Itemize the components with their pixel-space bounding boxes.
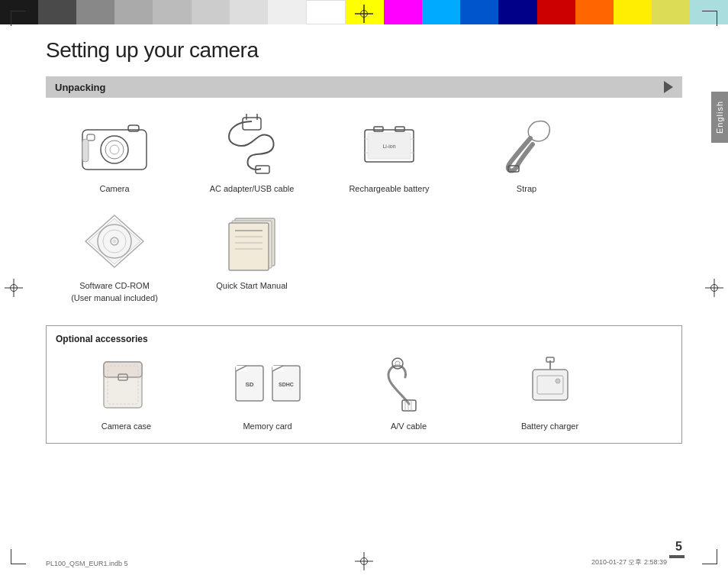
svg-rect-6 xyxy=(82,139,89,162)
optional-item-av-cable: A/V cable xyxy=(338,352,479,431)
camera-case-image xyxy=(85,352,169,417)
page-number-underline xyxy=(669,555,685,558)
svg-rect-50 xyxy=(533,370,568,400)
manual-label: Quick Start Manual xyxy=(216,280,288,292)
strap-image xyxy=(485,110,569,179)
optional-item-charger: Battery charger xyxy=(479,352,620,431)
av-cable-label: A/V cable xyxy=(391,422,427,431)
cdrom-label: Software CD-ROM (User manual included) xyxy=(71,280,158,304)
crop-mark-tr xyxy=(702,11,717,26)
svg-rect-33 xyxy=(104,362,142,377)
optional-title: Optional accessories xyxy=(56,334,672,344)
svg-text:Li-ion: Li-ion xyxy=(382,144,395,149)
crop-mark-bl xyxy=(11,549,26,564)
svg-rect-7 xyxy=(243,118,261,130)
svg-text:SDHC: SDHC xyxy=(279,382,294,387)
svg-point-1 xyxy=(101,136,128,163)
optional-items-grid: Camera case SD xyxy=(56,352,672,431)
main-content: Setting up your camera Unpacking xyxy=(46,38,682,544)
item-camera: Camera xyxy=(46,110,183,195)
footer-right: 2010-01-27 오후 2:58:39 xyxy=(591,557,667,567)
unpacking-title: Unpacking xyxy=(55,82,105,93)
crop-mark-tl xyxy=(11,11,26,26)
battery-image: Li-ion xyxy=(347,110,431,179)
memory-card-label: Memory card xyxy=(243,422,292,431)
item-battery: Li-ion Rechargeable battery xyxy=(321,110,458,195)
svg-text:SD: SD xyxy=(245,381,253,388)
battery-charger-image xyxy=(508,352,592,417)
svg-rect-44 xyxy=(402,400,416,411)
svg-point-48 xyxy=(392,358,403,369)
battery-charger-label: Battery charger xyxy=(521,422,578,431)
svg-rect-12 xyxy=(374,127,383,131)
unpacking-section-header: Unpacking xyxy=(46,76,682,98)
optional-item-case: Camera case xyxy=(56,352,197,431)
camera-image xyxy=(72,110,156,179)
camera-label: Camera xyxy=(99,183,129,195)
memory-card-image: SD SDHC xyxy=(226,352,310,417)
page-number: 5 xyxy=(675,540,682,554)
reg-mark-bottom xyxy=(355,552,373,570)
reg-mark-top xyxy=(355,5,373,23)
unpacking-items-grid: Camera AC adapter/USB cable xyxy=(46,110,682,316)
footer-left: PL100_QSM_EUR1.indb 5 xyxy=(46,560,128,567)
svg-point-3 xyxy=(110,145,119,154)
page-title: Setting up your camera xyxy=(46,38,682,63)
item-strap: Strap xyxy=(458,110,595,195)
manual-image xyxy=(210,207,294,276)
language-tab: English xyxy=(711,92,728,143)
svg-rect-4 xyxy=(87,134,95,141)
reg-mark-left xyxy=(5,279,23,297)
optional-accessories-box: Optional accessories Camera xyxy=(46,325,682,444)
optional-item-memcard: SD SDHC Memory card xyxy=(197,352,338,431)
camera-case-label: Camera case xyxy=(101,422,151,431)
battery-label: Rechargeable battery xyxy=(349,183,429,195)
ac-adapter-image xyxy=(210,110,294,179)
item-ac-adapter: AC adapter/USB cable xyxy=(183,110,321,195)
ac-adapter-label: AC adapter/USB cable xyxy=(210,183,295,195)
section-arrow-icon xyxy=(664,81,673,93)
svg-point-24 xyxy=(113,239,117,243)
av-cable-image xyxy=(367,352,451,417)
reg-mark-right xyxy=(705,279,723,297)
item-cdrom: Software CD-ROM (User manual included) xyxy=(46,207,183,304)
language-tab-label: English xyxy=(715,101,724,134)
crop-mark-br xyxy=(702,549,717,564)
svg-rect-13 xyxy=(395,127,404,131)
item-manual: Quick Start Manual xyxy=(183,207,321,304)
strap-label: Strap xyxy=(517,183,536,195)
svg-point-2 xyxy=(105,141,124,159)
cdrom-image xyxy=(72,207,156,276)
svg-point-54 xyxy=(556,379,560,383)
svg-rect-5 xyxy=(128,125,139,131)
